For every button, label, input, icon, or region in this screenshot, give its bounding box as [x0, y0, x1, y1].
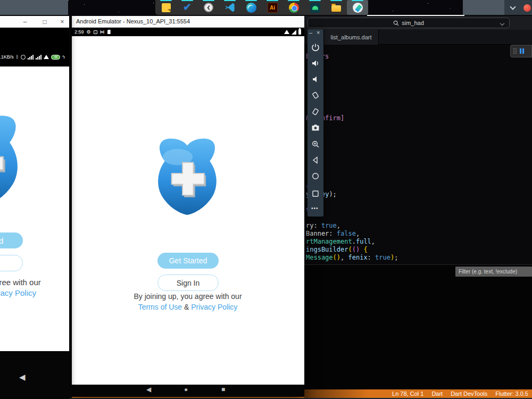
maximize-button[interactable]: □ [39, 17, 51, 27]
running-indicator [245, 0, 257, 1]
code-token: , [356, 230, 360, 237]
search-icon [393, 20, 399, 26]
app-logo-shield-icon [0, 112, 30, 209]
android-icon [310, 3, 320, 13]
nav-home-button[interactable]: ● [184, 386, 188, 393]
zoom-icon[interactable] [311, 140, 320, 148]
power-icon[interactable] [311, 43, 320, 52]
taskbar: ✔ Ai [155, 0, 368, 15]
taskbar-item-android-emulator[interactable] [347, 0, 368, 15]
overview-icon[interactable] [311, 189, 320, 198]
toolbar-minimize-button[interactable]: – [309, 29, 312, 36]
taskbar-item-edge[interactable] [240, 0, 262, 15]
clock-icon [204, 3, 213, 12]
nav-back-button[interactable]: ◀ [146, 386, 151, 393]
background-window-left [0, 0, 68, 15]
get-started-button[interactable]: Get Started [157, 253, 219, 269]
code-token: Banner: [306, 230, 337, 237]
taskbar-item-android[interactable] [304, 0, 326, 15]
privacy-policy-link[interactable]: Privacy Policy [191, 303, 237, 311]
signal-bars-icon-2 [36, 55, 41, 60]
code-token: , [371, 238, 375, 245]
nav-overview-button[interactable]: ■ [221, 386, 225, 393]
cursor-position[interactable]: Ln 78, Col 1 [392, 390, 423, 397]
taskbar-item-clock[interactable] [198, 0, 219, 15]
toolbar-close-button[interactable]: × [317, 29, 320, 36]
dart-devtools-button[interactable]: Dart DevTools [451, 390, 487, 397]
volume-up-icon[interactable] [311, 59, 320, 68]
app-screen: Get Started Sign In By joining up, you a… [72, 36, 304, 385]
app-logo-shield-icon [153, 129, 221, 223]
screenshot-camera-icon[interactable] [311, 123, 320, 132]
taskbar-item-sticky-notes[interactable] [155, 0, 177, 15]
taskbar-item-tasks[interactable]: ✔ [177, 0, 198, 15]
check-icon: ✔ [181, 2, 193, 13]
code-line: rtManagement.full, [306, 238, 375, 245]
sign-in-button[interactable]: Sign In [157, 275, 219, 291]
running-indicator [330, 0, 342, 1]
chevron-down-icon[interactable] [500, 21, 504, 26]
code-line: Message(), fenix: true); [306, 254, 398, 261]
alarm-clock-icon [21, 55, 26, 60]
home-icon[interactable] [311, 172, 320, 180]
editor-header: sim_had [304, 16, 532, 30]
volume-down-icon[interactable] [311, 75, 320, 84]
code-token: fenix [348, 254, 367, 261]
mirror-title-bar: – □ × [0, 16, 69, 28]
rotate-right-icon[interactable] [311, 107, 320, 116]
sticky-notes-icon [162, 3, 171, 12]
running-indicator [181, 0, 193, 1]
more-icon[interactable]: ••• [311, 205, 319, 211]
code-token: { [360, 246, 367, 253]
get-started-button[interactable]: Get Started [0, 232, 23, 248]
console-filter-input[interactable]: Filter (e.g. text, !exclude) [455, 267, 532, 277]
folder-icon [331, 5, 341, 12]
back-icon[interactable] [311, 156, 320, 164]
language-mode[interactable]: Dart [431, 390, 443, 397]
minimize-button[interactable]: – [19, 17, 31, 27]
code-token: true [321, 222, 337, 229]
rotate-left-icon[interactable] [311, 91, 320, 99]
running-indicator [288, 0, 300, 1]
running-indicator [203, 0, 214, 1]
code-token: false [337, 230, 356, 237]
sign-in-button[interactable]: Sign In [0, 255, 23, 271]
drag-handle-icon[interactable] [513, 48, 517, 54]
emulator-icon [353, 3, 363, 13]
close-button[interactable]: × [56, 17, 68, 27]
net-speed-text: .1KB/s [0, 54, 14, 60]
sim-card-icon [107, 30, 111, 34]
mirror-status-bar: .1KB/s ᛒ 48 ϟ [0, 28, 69, 66]
tray-chevron-down-icon[interactable] [510, 4, 516, 10]
android-nav-bar: ◀ ● ■ [72, 385, 304, 397]
running-indicator [160, 0, 172, 1]
taskbar-item-chrome[interactable] [283, 0, 304, 15]
tray-red-status-icon[interactable] [523, 4, 531, 12]
vscode-icon [225, 2, 235, 13]
code-token: ); [329, 190, 336, 198]
status-time: 2:59 [74, 29, 84, 35]
taskbar-item-file-explorer[interactable] [326, 0, 347, 15]
phone-mirror-window: – □ × .1KB/s ᛒ 48 ϟ Get Started Sign In … [0, 16, 69, 399]
wifi-icon [44, 55, 49, 59]
code-line: Banner: false, [306, 230, 360, 237]
emulator-title-bar[interactable]: Android Emulator - Nexus_10_API_31:5554 [72, 16, 304, 28]
mirror-app-screen [0, 66, 69, 351]
pause-icon[interactable] [520, 48, 524, 54]
code-token: true [375, 254, 390, 261]
emulator-window: Android Emulator - Nexus_10_API_31:5554 … [72, 16, 304, 397]
wifi-icon [284, 30, 289, 34]
privacy-policy-link[interactable]: Privacy Policy [0, 288, 36, 297]
tab-list-albums[interactable]: list_albums.dart [323, 30, 379, 45]
command-palette-search[interactable]: sim_had [307, 18, 510, 28]
taskbar-item-vscode[interactable] [219, 0, 240, 15]
vscode-window: sim_had list_albums.dart butors& Confirm… [304, 16, 532, 399]
code-editor-area[interactable]: butors& Confirm]{y: key);t) {ry: true,Ba… [304, 45, 532, 264]
terms-line: Terms of Use & Privacy Policy [81, 303, 294, 311]
terms-of-use-link[interactable]: Terms of Use [138, 303, 182, 311]
running-indicator [352, 0, 363, 1]
bowtie-notification-icon: ⋈ [100, 30, 105, 35]
nav-back-button[interactable]: ◀ [19, 372, 26, 382]
taskbar-item-illustrator[interactable]: Ai [262, 0, 283, 15]
flutter-version[interactable]: Flutter: 3.0.5 [495, 390, 528, 397]
